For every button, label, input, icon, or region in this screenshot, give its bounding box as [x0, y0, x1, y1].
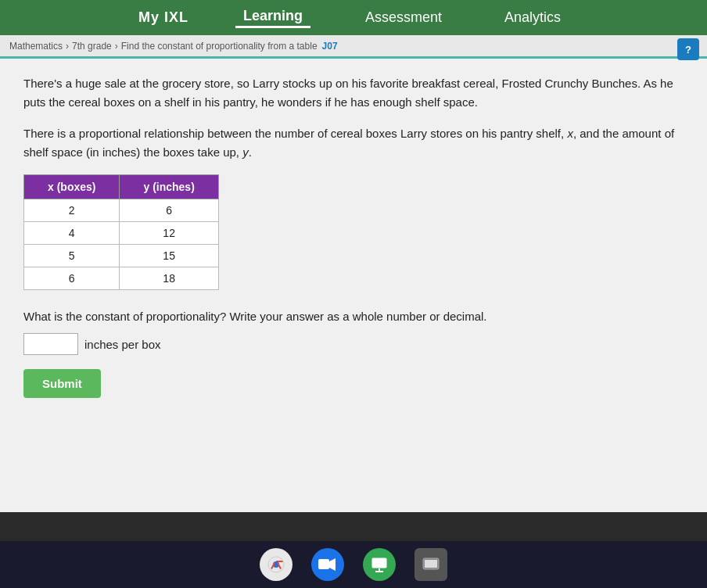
table-cell-x: 6 [24, 267, 120, 290]
table-cell-y: 15 [120, 245, 218, 267]
table-cell-x: 4 [24, 222, 120, 245]
svg-rect-8 [425, 560, 437, 568]
table-row: 515 [24, 245, 219, 267]
table-cell-x: 2 [24, 199, 120, 222]
question-badge: ? [677, 38, 699, 60]
answer-input[interactable] [23, 333, 78, 355]
taskbar-chrome-icon[interactable] [260, 548, 292, 581]
taskbar-meet-icon[interactable] [311, 548, 344, 581]
paragraph1: There's a huge sale at the grocery store… [23, 74, 684, 112]
breadcrumb-sep1: › [66, 41, 69, 52]
breadcrumb-subject[interactable]: Mathematics [9, 41, 63, 52]
proportionality-table: x (boxes) y (inches) 26412515618 [23, 174, 219, 290]
table-header-y: y (inches) [120, 175, 218, 199]
svg-rect-4 [371, 558, 387, 568]
submit-button[interactable]: Submit [23, 369, 101, 398]
nav-analytics[interactable]: Analytics [497, 9, 569, 26]
paragraph2: There is a proportional relationship bet… [23, 124, 684, 162]
table-header-x: x (boxes) [24, 175, 120, 199]
taskbar-classroom-icon[interactable] [363, 548, 396, 581]
breadcrumb: Mathematics › 7th grade › Find the const… [0, 35, 707, 59]
svg-marker-3 [329, 558, 336, 571]
nav-assessment[interactable]: Assessment [357, 9, 450, 26]
table-row: 618 [24, 267, 219, 290]
answer-section: What is the constant of proportionality?… [23, 306, 684, 355]
breadcrumb-grade[interactable]: 7th grade [72, 41, 112, 52]
svg-rect-2 [318, 559, 329, 569]
breadcrumb-sep2: › [115, 41, 118, 52]
nav-logo[interactable]: My IXL [138, 9, 188, 26]
top-navigation: My IXL Learning Assessment Analytics [0, 0, 707, 35]
taskbar-extra-icon[interactable] [415, 548, 447, 581]
taskbar [0, 541, 707, 588]
answer-unit: inches per box [84, 334, 161, 355]
table-row: 26 [24, 199, 219, 222]
main-content: There's a huge sale at the grocery store… [0, 59, 707, 512]
table-cell-y: 12 [120, 222, 218, 245]
table-cell-x: 5 [24, 245, 120, 267]
breadcrumb-progress: J07 [322, 41, 338, 52]
nav-learning[interactable]: Learning [235, 8, 310, 28]
var-y: y [242, 145, 249, 159]
answer-prompt: What is the constant of proportionality?… [23, 310, 487, 323]
var-x: x [567, 127, 573, 140]
table-cell-y: 6 [120, 199, 218, 222]
table-row: 412 [24, 222, 219, 245]
breadcrumb-topic: Find the constant of proportionality fro… [121, 41, 318, 52]
table-cell-y: 18 [120, 267, 218, 290]
answer-row: inches per box [23, 333, 684, 355]
